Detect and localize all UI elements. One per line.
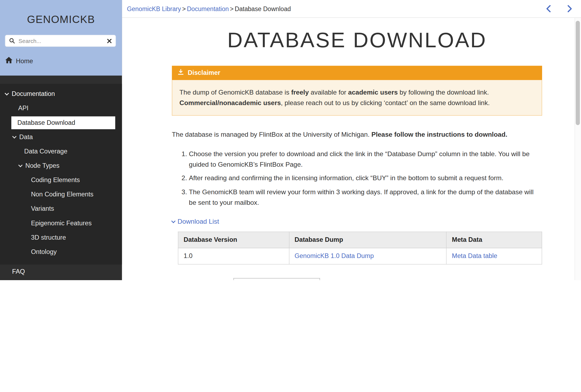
chevron-down-icon (18, 163, 23, 167)
bold-text: Please follow the instructions to downlo… (371, 130, 507, 138)
instruction-step: After reading and confirming the in lice… (189, 173, 542, 184)
app-window: GENOMICKB Home (0, 0, 581, 280)
sidebar-item-api[interactable]: API (0, 101, 122, 116)
sidebar-item-variants[interactable]: Variants (0, 202, 122, 216)
download-icon (177, 69, 184, 77)
breadcrumb: GenomicKB Library > Documentation > Data… (122, 0, 581, 18)
sidebar-item-node-types[interactable]: Node Types (0, 159, 122, 173)
sidebar-item-3d-structure[interactable]: 3D structure (0, 230, 122, 245)
nav-label: Non Coding Elements (31, 191, 93, 198)
table-header-row: Database Version Database Dump Meta Data (178, 232, 542, 248)
instructions-list: Choose the version you prefer to downloa… (172, 148, 542, 208)
column-header-database-dump: Database Dump (289, 232, 446, 248)
download-list-label: Download List (177, 218, 219, 226)
sidebar-item-data-coverage[interactable]: Data Coverage (0, 144, 122, 159)
chevron-down-icon (5, 91, 9, 96)
scrollbar[interactable] (575, 18, 581, 280)
text: by following the download link. (398, 88, 489, 96)
data-dump-link[interactable]: GenomicKB 1.0 Data Dump (294, 253, 374, 260)
content-viewport: DATABASE DOWNLOAD Disclaimer The dump of… (122, 18, 581, 280)
sidebar-item-documentation[interactable]: Documentation (0, 87, 122, 101)
search-icon (9, 38, 15, 44)
breadcrumb-separator: > (230, 5, 233, 12)
tab-how-to-load-the-database[interactable]: How to Load the Database (233, 278, 320, 280)
sidebar-item-non-coding-elements[interactable]: Non Coding Elements (0, 187, 122, 202)
sidebar-item-updates[interactable]: Updates (0, 279, 122, 280)
sidebar-item-epigenomic-features[interactable]: Epigenomic Features (0, 216, 122, 230)
chevron-down-icon (171, 219, 176, 223)
nav-label: API (18, 105, 28, 112)
main-area: GenomicKB Library > Documentation > Data… (122, 0, 581, 280)
forward-chevron-icon[interactable] (567, 5, 573, 13)
bold-text: freely (291, 88, 309, 96)
breadcrumb-current: Database Download (235, 5, 291, 12)
documentation-section: Documentation API Database Download Data… (0, 84, 122, 264)
home-label: Home (16, 57, 33, 65)
home-icon (5, 57, 13, 65)
meta-data-table-link[interactable]: Meta Data table (452, 253, 497, 260)
breadcrumb-separator: > (182, 5, 186, 12)
chevron-down-icon (12, 134, 16, 139)
nav-label: Coding Elements (31, 176, 80, 184)
text: available for (309, 88, 348, 96)
tab-bar: Usage Instructions How to Load the Datab… (172, 278, 542, 280)
nav-label: Node Types (25, 162, 59, 169)
nav-label: Data (19, 133, 33, 141)
nav-label: Database Download (17, 119, 75, 126)
disclaimer-header: Disclaimer (172, 66, 542, 80)
breadcrumb-nav-buttons (546, 5, 576, 13)
sidebar-item-data[interactable]: Data (0, 130, 122, 144)
disclaimer-panel: Disclaimer The dump of GenomicKB databas… (172, 66, 542, 115)
tab-usage-instructions[interactable]: Usage Instructions (173, 279, 233, 280)
nav-label: Documentation (12, 90, 55, 98)
text: The dump of GenomicKB database is (179, 88, 291, 96)
nav-label: Ontology (31, 248, 57, 256)
sidebar-nav: Documentation API Database Download Data… (0, 76, 122, 280)
nav-label: Variants (31, 205, 54, 212)
nav-label: Epigenomic Features (31, 220, 92, 227)
screen: GENOMICKB Home (0, 0, 581, 280)
download-table: Database Version Database Dump Meta Data… (178, 232, 542, 265)
nav-label: 3D structure (31, 234, 66, 241)
sidebar-item-coding-elements[interactable]: Coding Elements (0, 173, 122, 187)
sidebar-item-database-download[interactable]: Database Download (11, 116, 115, 129)
instruction-step: Choose the version you prefer to downloa… (189, 148, 542, 170)
scrollbar-thumb[interactable] (576, 21, 580, 125)
sidebar-item-home[interactable]: Home (0, 57, 122, 65)
search-box[interactable] (5, 35, 116, 47)
column-header-meta-data: Meta Data (446, 232, 542, 248)
text: The database is managed by FlintBox at t… (172, 130, 371, 138)
instruction-step: The GenomicKB team will review your form… (189, 187, 542, 208)
clear-search-icon[interactable] (107, 38, 112, 43)
nav-label: Data Coverage (24, 148, 68, 155)
sidebar-item-faq[interactable]: FAQ (0, 264, 122, 279)
app-title: GENOMICKB (0, 14, 122, 26)
download-list-toggle[interactable]: Download List (172, 218, 542, 226)
sidebar-header: GENOMICKB Home (0, 0, 122, 76)
bold-text: academic users (348, 88, 398, 96)
intro-paragraph: The database is managed by FlintBox at t… (172, 130, 542, 138)
disclaimer-title: Disclaimer (188, 69, 220, 77)
nav-label: FAQ (12, 268, 25, 275)
back-chevron-icon[interactable] (546, 5, 552, 13)
search-input[interactable] (18, 37, 107, 45)
breadcrumb-genomickb-library[interactable]: GenomicKB Library (127, 5, 181, 12)
sidebar: GENOMICKB Home (0, 0, 122, 280)
page-title: DATABASE DOWNLOAD (172, 28, 542, 52)
page-content: DATABASE DOWNLOAD Disclaimer The dump of… (172, 28, 542, 280)
bold-text: Commercial/nonacademic users (179, 99, 281, 107)
cell-database-version: 1.0 (178, 248, 289, 264)
sidebar-item-ontology[interactable]: Ontology (0, 245, 122, 259)
table-row: 1.0 GenomicKB 1.0 Data Dump Meta Data ta… (178, 248, 542, 264)
text: , please reach out to us by clicking ‘co… (281, 99, 490, 107)
breadcrumb-documentation[interactable]: Documentation (187, 5, 229, 12)
disclaimer-body: The dump of GenomicKB database is freely… (172, 80, 542, 116)
column-header-database-version: Database Version (178, 232, 289, 248)
